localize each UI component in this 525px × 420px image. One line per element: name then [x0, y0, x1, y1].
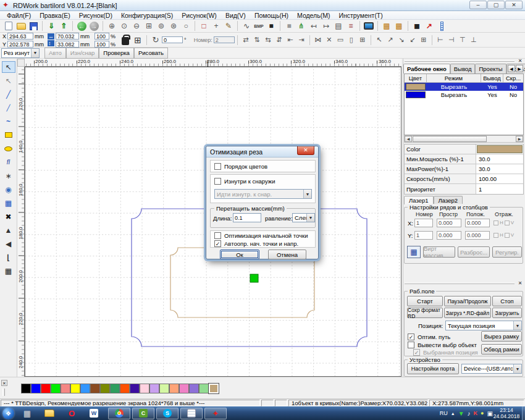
menu-edit[interactable]: Правка(E)	[35, 12, 74, 19]
pick-tool-icon[interactable]: +	[210, 21, 222, 32]
save-rd-button[interactable]: Сохр формат RD	[407, 308, 443, 318]
redo-icon[interactable]: →	[88, 21, 100, 32]
open-file-icon[interactable]	[15, 21, 27, 32]
palette-swatch[interactable]	[159, 384, 169, 393]
tab-output[interactable]: Вывод	[450, 64, 476, 74]
x-coord-field[interactable]: 294.63	[7, 33, 33, 40]
tab-work-window[interactable]: Рабочее окно	[403, 64, 450, 74]
y-mirror-v-checkbox[interactable]	[505, 233, 510, 238]
scroll-left-icon[interactable]: ◀	[405, 136, 412, 142]
notepad-taskbar-button[interactable]	[180, 408, 203, 419]
mirror-text-h-icon[interactable]: ⇆	[262, 35, 274, 45]
flip-vertical-icon[interactable]: ◀	[2, 238, 15, 250]
menu-view[interactable]: Вид(V)	[221, 12, 250, 19]
ellipse-tool-icon[interactable]	[2, 143, 15, 154]
push-left-icon[interactable]: ⇤	[285, 35, 296, 45]
stop-button[interactable]: Стоп	[492, 296, 522, 306]
cancel-button[interactable]: Отмена	[268, 250, 306, 259]
cut-mode-combo[interactable]: Рез изнут▼	[1, 48, 40, 58]
laser-device-icon[interactable]: ◼	[411, 21, 423, 32]
palette-swatch[interactable]	[110, 384, 120, 393]
v-distance-icon[interactable]: ↦	[320, 21, 332, 32]
prop-value[interactable]: 1	[476, 184, 523, 194]
palette-grip[interactable]	[2, 388, 5, 396]
language-indicator[interactable]: RU	[440, 410, 448, 416]
x-mirror-h-checkbox[interactable]	[494, 220, 498, 225]
scale-x-field[interactable]: 100	[94, 33, 109, 40]
prop-value[interactable]: 100.00	[476, 174, 523, 183]
menu-file[interactable]: Файл(F)	[2, 12, 35, 19]
ok-button[interactable]: Ок	[220, 250, 259, 259]
color-order-checkbox[interactable]	[214, 163, 221, 170]
y-coord-field[interactable]: 202.578	[7, 41, 33, 48]
polyline-tool-icon[interactable]: ╱	[2, 102, 15, 114]
messenger-icon[interactable]: ●	[481, 410, 484, 416]
menu-model[interactable]: Модель(M)	[293, 12, 334, 19]
bezier-tool-icon[interactable]: ~	[2, 116, 15, 127]
y-space-field[interactable]: 0.000	[437, 231, 461, 240]
array-preview-icon[interactable]: ▦	[407, 246, 421, 258]
close-icon[interactable]: ✕	[517, 58, 523, 64]
scroll-right-icon[interactable]: ▶	[516, 136, 523, 142]
prop-row[interactable]: Color	[405, 145, 523, 154]
new-file-icon[interactable]	[2, 21, 15, 32]
ruler-tool-icon[interactable]	[435, 21, 448, 32]
taskbar-clock[interactable]: 23:14 24.04.2018	[493, 407, 520, 419]
mirror-vertical-icon[interactable]: ⇅	[251, 35, 262, 45]
zoom-in-icon[interactable]: ⊕	[106, 21, 118, 32]
device-combo[interactable]: Device---(USB:Авто) ▼	[461, 364, 522, 374]
direction-combo[interactable]: Слева нап ▼	[292, 213, 315, 222]
menu-tools[interactable]: Инструмент(T)	[334, 12, 387, 19]
verify-button[interactable]: Проверка	[99, 48, 134, 59]
align-top-left-icon[interactable]: ↖	[374, 35, 385, 45]
dialog-close-icon[interactable]: ✕	[297, 146, 314, 155]
menu-config[interactable]: Конфигурация(S)	[117, 12, 177, 19]
palette-swatch[interactable]	[90, 384, 100, 393]
text-tool-icon[interactable]: fI	[2, 156, 15, 168]
node-tree-icon[interactable]: ⋔	[295, 21, 308, 32]
prop-row[interactable]: Мин.Мощность (%)-1 30.0	[405, 154, 523, 164]
network-icon[interactable]: ▣	[487, 410, 493, 417]
y-pos-field[interactable]: 0.000	[465, 231, 490, 240]
array-copy2-icon[interactable]: ▩	[393, 21, 405, 32]
panel-grip[interactable]: ✕	[403, 281, 524, 286]
selected-position-checkbox[interactable]	[413, 349, 420, 356]
table-row[interactable]: Вырезать Yes No	[405, 91, 523, 99]
inside-out-checkbox[interactable]	[214, 178, 221, 185]
palette-swatch[interactable]	[70, 384, 80, 393]
same-width-icon[interactable]: ⋈	[313, 35, 324, 45]
x-mirror-v-checkbox[interactable]	[505, 220, 510, 225]
scroll-thumb[interactable]	[413, 136, 487, 142]
grid-table-icon[interactable]: ⊞	[132, 35, 144, 45]
length-field[interactable]: 0.1	[233, 213, 261, 222]
array-copy-icon[interactable]: ▩	[380, 21, 393, 32]
tab-scroll-right-icon[interactable]: ▶	[516, 65, 523, 72]
import-icon[interactable]: ⇓	[45, 21, 57, 32]
palette-close-icon[interactable]: ✕	[1, 380, 7, 386]
palette-swatch[interactable]	[169, 384, 179, 393]
save-file-icon[interactable]	[27, 21, 40, 32]
pause-button[interactable]: Пауза/Продолж	[444, 296, 491, 306]
chevron-down-icon[interactable]: ▼	[306, 214, 314, 222]
rotate-angle-field[interactable]: 0	[162, 36, 183, 43]
virtual-array-button[interactable]: Вирт массив	[423, 246, 455, 258]
zoom-out-icon[interactable]: ⊖	[130, 21, 143, 32]
palette-swatch[interactable]	[149, 384, 159, 393]
explorer-icon[interactable]	[41, 408, 57, 419]
print-icon[interactable]: ▤	[332, 21, 345, 32]
tab-laser1[interactable]: Лазер1	[404, 196, 434, 204]
select-tool-icon[interactable]: ↖	[2, 61, 15, 73]
fill-tool-icon[interactable]: ■	[265, 21, 277, 32]
start-optimize-checkbox[interactable]	[214, 232, 221, 239]
inside-outside-button[interactable]: Изн/снар	[66, 48, 99, 59]
menu-help[interactable]: Помощь(H)	[250, 12, 293, 19]
scale-y-field[interactable]: 100	[94, 41, 109, 48]
skype-taskbar-button[interactable]: S	[156, 408, 178, 419]
show-desktop-button[interactable]	[522, 406, 525, 420]
palette-swatch[interactable]	[179, 384, 189, 393]
chevron-down-icon[interactable]: ▼	[31, 49, 39, 57]
calculator-icon[interactable]: ▦	[19, 408, 35, 419]
start-button[interactable]: ❖	[2, 408, 14, 419]
rect-select-icon[interactable]: □	[198, 21, 210, 32]
point-tool-icon[interactable]: ∗	[2, 170, 15, 182]
